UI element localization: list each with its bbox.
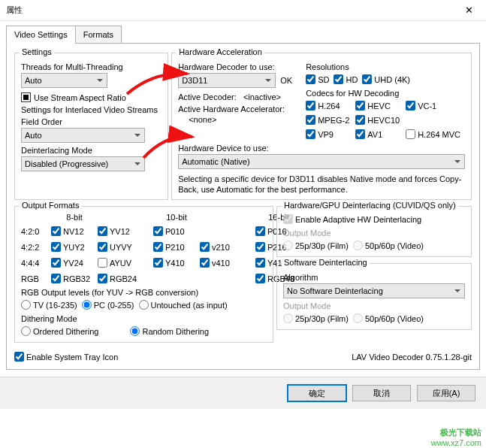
- cb-hd[interactable]: HD: [334, 74, 358, 84]
- cb-sd[interactable]: SD: [306, 74, 329, 84]
- settings-legend: Settings: [20, 47, 54, 56]
- field-order-dropdown[interactable]: Auto: [21, 128, 145, 143]
- cb-p010[interactable]: P010: [153, 226, 195, 236]
- window-title: 属性: [6, 5, 457, 16]
- tab-video-settings[interactable]: Video Settings: [6, 26, 76, 44]
- rb-gpu-video: 50p/60p (Video): [353, 241, 424, 250]
- cb-yv12[interactable]: YV12: [98, 226, 140, 236]
- watermark: 极光下载站 www.xz7.com: [431, 427, 481, 448]
- deint-mode-label: Deinterlacing Mode: [21, 146, 161, 155]
- use-stream-aspect-label: Use Stream Aspect Ratio: [34, 93, 126, 102]
- sw-algo-label: Algorithm: [283, 273, 465, 282]
- cb-nv12[interactable]: NV12: [51, 226, 93, 236]
- apply-button[interactable]: 应用(A): [417, 385, 475, 401]
- row-444: 4:4:4: [21, 259, 51, 268]
- cb-yv24[interactable]: YV24: [51, 258, 93, 268]
- cb-hevc10[interactable]: HEVC10: [355, 115, 400, 125]
- threads-dropdown[interactable]: Auto: [21, 73, 107, 88]
- field-order-label: Field Order: [21, 117, 161, 126]
- hw-note: Selecting a specific device for D3D11 di…: [178, 174, 465, 195]
- tab-formats[interactable]: Formats: [75, 26, 122, 44]
- cb-rgb32[interactable]: RGB32: [51, 274, 93, 283]
- res-legend: Resolutions: [306, 62, 465, 71]
- rb-ordered[interactable]: Ordered Dithering: [21, 326, 98, 336]
- cb-h264mvc[interactable]: H.264 MVC: [406, 129, 460, 139]
- rb-random[interactable]: Random Dithering: [130, 326, 209, 336]
- cb-v410[interactable]: v410: [200, 258, 242, 268]
- rb-gpu-film: 25p/30p (Film): [283, 241, 349, 250]
- sw-output-mode-label: Output Mode: [283, 301, 465, 310]
- cb-vc1[interactable]: VC-1: [406, 101, 460, 110]
- active-accel-label: Active Hardware Accelerator:: [178, 104, 306, 114]
- hw-decoder-dropdown[interactable]: D3D11: [178, 73, 276, 88]
- cb-h264[interactable]: H.264: [306, 101, 349, 110]
- cb-tray-icon[interactable]: Enable System Tray Icon: [14, 352, 118, 362]
- cb-rgb24[interactable]: RGB24: [98, 274, 140, 283]
- ok-button[interactable]: 确定: [288, 385, 346, 401]
- threads-label: Threads for Multi-Threading: [21, 62, 161, 71]
- active-decoder-value: <inactive>: [243, 92, 281, 101]
- cb-av1[interactable]: AV1: [355, 129, 400, 139]
- hw-decoder-status: OK: [280, 76, 292, 85]
- active-accel-value: <none>: [189, 115, 306, 124]
- cb-v210[interactable]: v210: [200, 242, 242, 252]
- rgb-levels-label: RGB Output levels (for YUV -> RGB conver…: [21, 288, 267, 297]
- codecs-legend: Codecs for HW Decoding: [306, 89, 465, 98]
- row-422: 4:2:2: [21, 243, 51, 252]
- rb-tv[interactable]: TV (16-235): [21, 300, 77, 310]
- dither-label: Dithering Mode: [21, 314, 267, 323]
- version-text: LAV Video Decoder 0.75.1.28-git: [352, 353, 472, 362]
- hw-decoder-label: Hardware Decoder to use:: [178, 62, 306, 71]
- rb-sw-film: 25p/30p (Film): [283, 313, 349, 323]
- window-close-button[interactable]: ✕: [457, 5, 480, 16]
- hw-device-dropdown[interactable]: Automatic (Native): [178, 154, 465, 169]
- rb-pc[interactable]: PC (0-255): [82, 300, 134, 310]
- cb-yuy2[interactable]: YUY2: [51, 242, 93, 252]
- cancel-button[interactable]: 取消: [352, 385, 411, 401]
- out-legend: Output Formats: [20, 201, 81, 210]
- hw-device-label: Hardware Device to use:: [178, 144, 465, 153]
- cb-hevc[interactable]: HEVC: [355, 101, 400, 110]
- gpu-output-mode-label: Output Mode: [283, 229, 465, 238]
- interlaced-label: Settings for Interlaced Video Streams: [21, 105, 161, 114]
- rb-unt[interactable]: Untouched (as input): [139, 300, 228, 310]
- hw-legend: Hardware Acceleration: [177, 47, 264, 56]
- rb-sw-video: 50p/60p (Video): [353, 313, 424, 323]
- row-420: 4:2:0: [21, 227, 51, 236]
- use-stream-aspect-tristate[interactable]: [21, 92, 31, 102]
- sw-deint-legend: Software Deinterlacing: [282, 258, 370, 267]
- deint-mode-dropdown[interactable]: Disabled (Progressive): [21, 156, 145, 171]
- row-rgb: RGB: [21, 274, 51, 283]
- hdr-10bit: 10-bit: [153, 213, 200, 222]
- cb-adaptive-deint: Enable Adaptive HW Deinterlacing: [283, 214, 421, 224]
- cb-vp9[interactable]: VP9: [306, 129, 349, 139]
- active-decoder-label: Active Decoder:: [178, 92, 237, 101]
- sw-algo-dropdown[interactable]: No Software Deinterlacing: [283, 283, 465, 298]
- gpu-deint-legend: Hardware/GPU Deinterlacing (CUVID/QS onl…: [282, 201, 458, 210]
- cb-uhd[interactable]: UHD (4K): [362, 74, 410, 84]
- cb-uyvy[interactable]: UYVY: [98, 242, 140, 252]
- cb-ayuv[interactable]: AYUV: [98, 258, 140, 268]
- cb-mpeg2[interactable]: MPEG-2: [306, 115, 349, 125]
- cb-y410[interactable]: Y410: [153, 258, 195, 268]
- hdr-8bit: 8-bit: [51, 213, 98, 222]
- cb-p210[interactable]: P210: [153, 242, 195, 252]
